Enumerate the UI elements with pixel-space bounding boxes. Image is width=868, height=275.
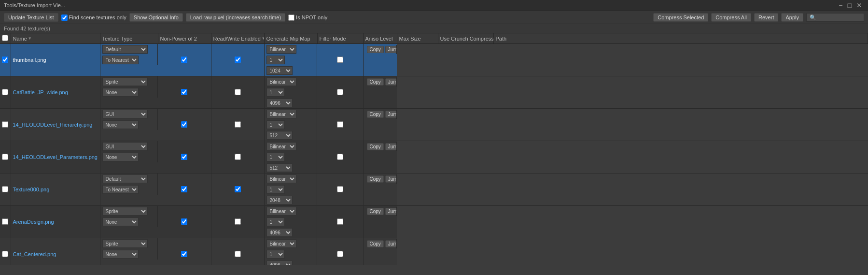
jump-button[interactable]: Jump [385,175,397,183]
table-row[interactable]: 14_HEOLODLevel_Hierarchy.pngDefaultNorma… [0,109,868,141]
maxsize-select[interactable]: 3264128256512102420484096819216384 [266,66,293,75]
jump-button[interactable]: Jump [385,240,397,247]
texture-type-select[interactable]: DefaultNormal mapEditor GUISpriteCursorC… [102,45,148,54]
filter-select[interactable]: PointBilinearTrilinear [266,142,296,151]
col-header-filter[interactable]: Filter Mode [317,33,363,44]
jump-button[interactable]: Jump [385,111,397,118]
copy-button[interactable]: Copy [367,143,384,150]
jump-button[interactable]: Jump [385,78,397,86]
filter-select[interactable]: PointBilinearTrilinear [266,110,296,118]
maxsize-select[interactable]: 3264128256512102420484096819216384 [266,131,293,140]
crunch-checkbox[interactable] [337,186,343,192]
aniso-select[interactable]: 124816 [266,250,285,259]
jump-button[interactable]: Jump [385,46,397,53]
row-select-checkbox[interactable] [2,251,8,257]
non-power-select[interactable]: NoneTo NearestTo LargerTo Smaller [102,185,139,194]
table-row[interactable]: Texture000.pngDefaultNormal mapEditor GU… [0,174,868,206]
non-power-select[interactable]: NoneTo NearestTo LargerTo Smaller [102,120,139,129]
table-row[interactable]: thumbnail.pngDefaultNormal mapEditor GUI… [0,44,868,76]
texture-type-select[interactable]: DefaultNormal mapEditor GUISpriteCursorC… [102,174,148,183]
show-optional-info-button[interactable]: Show Optional Info [129,13,183,22]
copy-button[interactable]: Copy [367,111,384,118]
col-header-path[interactable]: Path [493,33,868,44]
close-button[interactable]: ✕ [854,2,864,9]
find-scene-textures-checkbox[interactable]: Find scene textures only [61,14,126,21]
mip-checkbox[interactable] [235,218,241,225]
mip-checkbox[interactable] [235,57,241,63]
maxsize-select[interactable]: 3264128256512102420484096819216384 [266,99,293,107]
row-select-checkbox[interactable] [2,121,8,128]
mip-checkbox[interactable] [235,89,241,95]
filter-select[interactable]: PointBilinearTrilinear [266,174,296,183]
col-header-checkbox[interactable] [0,33,11,44]
aniso-select[interactable]: 124816 [266,185,285,194]
col-header-crunch[interactable]: Use Crunch Compression [438,33,493,44]
rw-checkbox[interactable] [181,186,187,192]
texture-type-select[interactable]: DefaultNormal mapEditor GUISpriteCursorC… [102,207,148,216]
maxsize-select[interactable]: 3264128256512102420484096819216384 [266,163,293,172]
mip-checkbox[interactable] [235,121,241,128]
jump-button[interactable]: Jump [385,143,397,150]
crunch-checkbox[interactable] [337,57,343,63]
mip-checkbox[interactable] [235,186,241,192]
mip-checkbox[interactable] [235,154,241,160]
table-row[interactable]: ArenaDesign.pngDefaultNormal mapEditor G… [0,206,868,238]
maximize-button[interactable]: □ [846,2,854,9]
crunch-checkbox[interactable] [337,251,343,257]
maxsize-select[interactable]: 3264128256512102420484096819216384 [266,196,293,204]
rw-checkbox[interactable] [181,154,187,160]
non-power-select[interactable]: NoneTo NearestTo LargerTo Smaller [102,56,139,64]
aniso-select[interactable]: 124816 [266,153,285,161]
compress-all-button[interactable]: Compress All [711,13,751,22]
compress-selected-button[interactable]: Compress Selected [653,13,708,22]
jump-button[interactable]: Jump [385,208,397,215]
crunch-checkbox[interactable] [337,218,343,225]
copy-button[interactable]: Copy [367,208,384,215]
search-input[interactable] [806,13,864,22]
texture-type-select[interactable]: DefaultNormal mapEditor GUISpriteCursorC… [102,110,148,118]
copy-button[interactable]: Copy [367,78,384,86]
non-power-select[interactable]: NoneTo NearestTo LargerTo Smaller [102,88,139,97]
row-select-checkbox[interactable] [2,154,8,160]
crunch-checkbox[interactable] [337,121,343,128]
table-row[interactable]: Cat_Centered.pngDefaultNormal mapEditor … [0,238,868,265]
aniso-select[interactable]: 124816 [266,217,285,226]
crunch-checkbox[interactable] [337,89,343,95]
table-row[interactable]: CatBattle_JP_wide.pngDefaultNormal mapEd… [0,76,868,109]
row-select-checkbox[interactable] [2,186,8,192]
maxsize-select[interactable]: 3264128256512102420484096819216384 [266,228,293,237]
col-header-aniso[interactable]: Aniso Level [363,33,397,44]
aniso-select[interactable]: 124816 [266,88,285,97]
copy-button[interactable]: Copy [367,240,384,247]
texture-type-select[interactable]: DefaultNormal mapEditor GUISpriteCursorC… [102,142,148,151]
texture-type-select[interactable]: DefaultNormal mapEditor GUISpriteCursorC… [102,239,148,248]
rw-checkbox[interactable] [181,89,187,95]
filter-select[interactable]: PointBilinearTrilinear [266,239,296,248]
rw-checkbox[interactable] [181,218,187,225]
non-power-select[interactable]: NoneTo NearestTo LargerTo Smaller [102,153,139,161]
col-header-texture-type[interactable]: Texture Type [100,33,158,44]
col-header-mip[interactable]: Generate Mip Map [264,33,317,44]
crunch-checkbox[interactable] [337,154,343,160]
load-raw-pixel-button[interactable]: Load raw pixel (increases search time) [186,13,285,22]
aniso-select[interactable]: 124816 [266,120,285,129]
rw-checkbox[interactable] [181,57,187,63]
copy-button[interactable]: Copy [367,175,384,183]
col-header-name[interactable]: Name ▼ [11,33,100,44]
texture-type-select[interactable]: DefaultNormal mapEditor GUISpriteCursorC… [102,77,148,86]
row-select-checkbox[interactable] [2,57,8,63]
maxsize-select[interactable]: 3264128256512102420484096819216384 [266,261,293,265]
rw-checkbox[interactable] [181,251,187,257]
table-row[interactable]: 14_HEOLODLevel_Parameters.pngDefaultNorm… [0,141,868,174]
update-texture-list-button[interactable]: Update Texture List [4,13,58,22]
copy-button[interactable]: Copy [367,46,384,53]
row-select-checkbox[interactable] [2,89,8,95]
revert-button[interactable]: Revert [754,13,778,22]
filter-select[interactable]: PointBilinearTrilinear [266,207,296,216]
apply-button[interactable]: Apply [781,13,803,22]
is-npot-checkbox[interactable]: Is NPOT only [288,14,327,21]
table-container[interactable]: Name ▼ Texture Type Non-Power of 2 Read/… [0,33,868,265]
row-select-checkbox[interactable] [2,218,8,225]
col-header-non-power[interactable]: Non-Power of 2 [158,33,211,44]
non-power-select[interactable]: NoneTo NearestTo LargerTo Smaller [102,250,139,259]
